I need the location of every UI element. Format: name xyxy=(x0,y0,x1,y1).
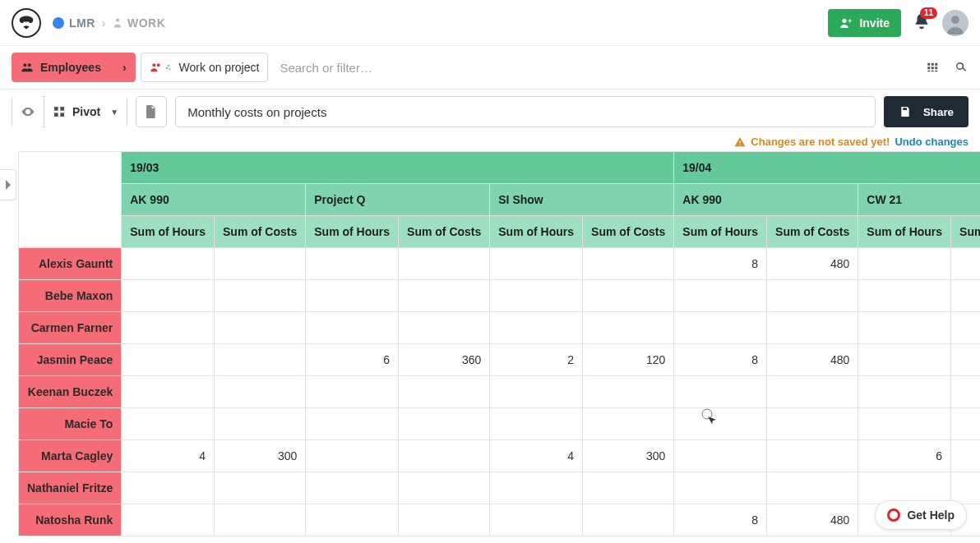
measure-header[interactable]: Sum of Hours xyxy=(122,216,215,248)
project-header[interactable]: AK 990 xyxy=(674,184,858,216)
pivot-cell[interactable] xyxy=(858,344,951,376)
row-header[interactable]: Macie To xyxy=(19,408,122,440)
pivot-cell[interactable] xyxy=(674,376,767,408)
pivot-cell[interactable] xyxy=(490,248,583,280)
pivot-cell[interactable] xyxy=(951,344,980,376)
pivot-cell[interactable]: 4 xyxy=(490,440,583,472)
pivot-cell[interactable] xyxy=(306,280,399,312)
share-button[interactable]: Share xyxy=(884,96,968,127)
logo[interactable] xyxy=(12,8,41,38)
pivot-cell[interactable]: 120 xyxy=(583,344,674,376)
pivot-cell[interactable] xyxy=(122,248,215,280)
search-icon[interactable] xyxy=(954,60,968,75)
pivot-cell[interactable]: 2 xyxy=(490,344,583,376)
row-header[interactable]: Alexis Gauntt xyxy=(19,248,122,280)
pivot-cell[interactable] xyxy=(858,248,951,280)
measure-header[interactable]: Sum of Hours xyxy=(674,216,767,248)
pivot-cell[interactable] xyxy=(674,408,767,440)
pivot-cell[interactable] xyxy=(583,472,674,504)
pivot-cell[interactable]: 480 xyxy=(767,504,858,536)
pivot-cell[interactable] xyxy=(122,504,215,536)
notifications-button[interactable]: 11 xyxy=(913,12,931,33)
pivot-cell[interactable] xyxy=(399,504,490,536)
pivot-cell[interactable] xyxy=(951,248,980,280)
pivot-cell[interactable] xyxy=(490,376,583,408)
measure-header[interactable]: Sum of Costs xyxy=(215,216,306,248)
row-header[interactable]: Nathaniel Fritze xyxy=(19,472,122,504)
pivot-cell[interactable] xyxy=(215,472,306,504)
pivot-cell[interactable] xyxy=(215,248,306,280)
pivot-cell[interactable]: 480 xyxy=(767,344,858,376)
pivot-cell[interactable] xyxy=(674,280,767,312)
breadcrumb-item-work[interactable]: WORK xyxy=(113,16,165,30)
measure-header[interactable]: Sum of Costs xyxy=(583,216,674,248)
measure-header[interactable]: Sum of Costs xyxy=(399,216,490,248)
pivot-cell[interactable] xyxy=(583,280,674,312)
pivot-cell[interactable] xyxy=(399,472,490,504)
pivot-cell[interactable] xyxy=(583,504,674,536)
primary-entity-pill[interactable]: Employees › xyxy=(12,53,136,82)
pivot-cell[interactable] xyxy=(951,408,980,440)
report-name-input[interactable] xyxy=(175,96,876,127)
pivot-cell[interactable] xyxy=(583,408,674,440)
pivot-cell[interactable] xyxy=(767,376,858,408)
pivot-cell[interactable]: 8 xyxy=(674,504,767,536)
row-header[interactable]: Bebe Maxon xyxy=(19,280,122,312)
pivot-cell[interactable] xyxy=(858,280,951,312)
pivot-cell[interactable]: 300 xyxy=(583,440,674,472)
pivot-cell[interactable] xyxy=(951,440,980,472)
pivot-cell[interactable]: 300 xyxy=(215,440,306,472)
pivot-cell[interactable] xyxy=(215,504,306,536)
measure-header[interactable]: Sum of Hours xyxy=(858,216,951,248)
pivot-cell[interactable] xyxy=(306,440,399,472)
pivot-cell[interactable] xyxy=(858,376,951,408)
row-header[interactable]: Jasmin Peace xyxy=(19,344,122,376)
row-header[interactable]: Keenan Buczek xyxy=(19,376,122,408)
pivot-cell[interactable] xyxy=(399,312,490,344)
measure-header[interactable]: Sum of C xyxy=(951,216,980,248)
pivot-cell[interactable] xyxy=(767,472,858,504)
period-header[interactable]: 19/04 xyxy=(674,152,980,184)
visibility-button[interactable] xyxy=(12,96,44,127)
pivot-cell[interactable] xyxy=(122,376,215,408)
pivot-cell[interactable]: 6 xyxy=(858,440,951,472)
pivot-cell[interactable] xyxy=(674,440,767,472)
pivot-cell[interactable] xyxy=(583,312,674,344)
pivot-cell[interactable] xyxy=(215,344,306,376)
pivot-cell[interactable] xyxy=(490,408,583,440)
row-header[interactable]: Carmen Farner xyxy=(19,312,122,344)
pivot-cell[interactable] xyxy=(951,312,980,344)
columns-icon[interactable] xyxy=(926,60,941,75)
project-header[interactable]: Project Q xyxy=(306,184,490,216)
pivot-cell[interactable] xyxy=(122,472,215,504)
pivot-cell[interactable] xyxy=(951,280,980,312)
pivot-cell[interactable]: 480 xyxy=(767,248,858,280)
pivot-cell[interactable] xyxy=(767,312,858,344)
pivot-cell[interactable] xyxy=(399,408,490,440)
pivot-cell[interactable] xyxy=(306,376,399,408)
pivot-cell[interactable] xyxy=(767,440,858,472)
pivot-cell[interactable] xyxy=(583,248,674,280)
pivot-cell[interactable] xyxy=(306,504,399,536)
pivot-cell[interactable] xyxy=(215,376,306,408)
pivot-cell[interactable] xyxy=(767,408,858,440)
pivot-cell[interactable] xyxy=(583,376,674,408)
expand-sidebar-handle[interactable] xyxy=(0,169,16,200)
pivot-cell[interactable]: 360 xyxy=(399,344,490,376)
pivot-cell[interactable] xyxy=(215,312,306,344)
pivot-cell[interactable]: 8 xyxy=(674,344,767,376)
pivot-cell[interactable] xyxy=(215,280,306,312)
measure-header[interactable]: Sum of Costs xyxy=(767,216,858,248)
new-page-button[interactable] xyxy=(136,96,167,127)
pivot-cell[interactable] xyxy=(490,312,583,344)
pivot-cell[interactable] xyxy=(399,376,490,408)
view-type-dropdown[interactable]: Pivot ▼ xyxy=(44,96,127,127)
pivot-cell[interactable] xyxy=(674,472,767,504)
pivot-cell[interactable] xyxy=(306,408,399,440)
period-header[interactable]: 19/03 xyxy=(122,152,674,184)
pivot-cell[interactable] xyxy=(951,472,980,504)
pivot-cell[interactable] xyxy=(306,472,399,504)
pivot-cell[interactable]: 6 xyxy=(306,344,399,376)
pivot-cell[interactable] xyxy=(490,280,583,312)
project-header[interactable]: CW 21 xyxy=(858,184,980,216)
